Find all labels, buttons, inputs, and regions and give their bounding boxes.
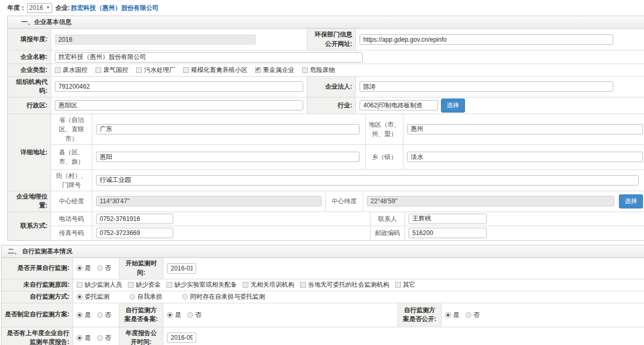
region-label: 地区（市、州、盟） xyxy=(366,114,403,144)
phone-input[interactable] xyxy=(96,214,173,224)
start-time-input[interactable] xyxy=(167,263,196,274)
env-url-input[interactable] xyxy=(360,34,613,45)
section2-header: 二、 自行监测基本情况 xyxy=(2,245,644,258)
plan-public-no-label: 否 xyxy=(473,311,480,319)
self-monitoring-table: 二、 自行监测基本情况 是否开展自行监测: 是 否 开始监测时间: 未自行监测原… xyxy=(1,245,644,345)
company-type-checkbox-wastegas[interactable] xyxy=(96,67,101,73)
reason-checkbox-no-lab[interactable] xyxy=(166,282,172,288)
env-url-cell xyxy=(356,29,644,50)
contact-fax-row: 传真号码 邮政编码 xyxy=(51,226,644,240)
annual-report-yes-radio[interactable] xyxy=(77,335,82,341)
district-input[interactable] xyxy=(55,100,303,110)
reason-option-label: 其它 xyxy=(403,280,415,289)
address-province-row: 省（自治区、直辖市） 地区（市、州、盟） xyxy=(51,114,644,145)
conduct-yes-label: 是 xyxy=(85,264,91,273)
company-type-checkbox-hazwaste[interactable] xyxy=(302,67,308,73)
company-type-options: 废水国控 废气国控 污水处理厂 规模化畜禽养殖小区 重金属企业 危险废物 xyxy=(51,64,644,76)
latitude-label: 中心纬度 xyxy=(326,191,363,212)
mode-radio-self[interactable] xyxy=(129,294,135,300)
mode-option-label: 同时存在自承担与委托监测 xyxy=(190,292,265,301)
company-type-checkbox-livestock[interactable] xyxy=(183,67,189,73)
start-time-label: 开始监测时间: xyxy=(120,258,163,279)
industry-input[interactable] xyxy=(360,100,438,110)
mode-radio-both[interactable] xyxy=(182,294,188,300)
report-year-input[interactable] xyxy=(55,34,256,45)
longitude-cell xyxy=(92,191,326,212)
contact-group: 联系方式: 电话号码 联系人 传真号码 邮政编码 xyxy=(8,212,644,240)
report-time-cell xyxy=(163,327,644,345)
legal-person-label: 企业法人: xyxy=(307,77,356,97)
reason-checkbox-no-staff[interactable] xyxy=(77,282,82,288)
industry-label: 行业: xyxy=(307,97,356,114)
report-year-label: 填报年度: xyxy=(8,29,51,50)
org-code-row: 组织机构代码: 企业法人: xyxy=(8,77,644,97)
reason-checkbox-no-funds[interactable] xyxy=(128,282,134,288)
plan-filed-yes-label: 是 xyxy=(175,311,181,319)
annual-report-row: 是否有上年度企业自行监测年度报告: 是 否 年度报告公开时间: xyxy=(2,327,644,345)
org-code-input[interactable] xyxy=(55,81,303,92)
fax-input[interactable] xyxy=(96,228,173,238)
province-input[interactable] xyxy=(96,124,360,134)
reason-option-label: 无相关培训机构 xyxy=(251,280,294,289)
fax-label: 传真号码 xyxy=(51,226,92,240)
no-monitor-reason-row: 未自行监测原因: 缺少监测人员 缺少资金 缺少实验室或相关配备 无相关培训机构 … xyxy=(2,279,644,291)
district-cell xyxy=(51,97,307,114)
plan-public-yes-radio[interactable] xyxy=(445,312,451,318)
company-type-option-label: 废气国控 xyxy=(103,66,128,75)
company-type-checkbox-sewageplant[interactable] xyxy=(136,67,142,73)
contact-person-input[interactable] xyxy=(409,214,487,224)
has-plan-yes-radio[interactable] xyxy=(77,312,82,318)
contact-person-cell xyxy=(405,212,644,226)
region-input[interactable] xyxy=(407,124,643,134)
industry-select-button[interactable]: 选择 xyxy=(441,98,465,113)
plan-filed-options: 是 否 xyxy=(163,303,398,327)
company-type-label: 企业类型: xyxy=(8,64,51,76)
plan-public-no-radio[interactable] xyxy=(466,312,471,318)
conduct-monitoring-label: 是否开展自行监测: xyxy=(2,258,73,279)
report-time-input[interactable] xyxy=(167,332,196,343)
company-type-option-label: 废水国控 xyxy=(63,66,88,75)
district-label: 行政区: xyxy=(8,97,51,114)
plan-public-options: 是 否 xyxy=(442,303,644,327)
geo-row: 企业地理位置: 中心经度 中心纬度 选择 xyxy=(8,191,644,212)
conduct-yes-radio[interactable] xyxy=(77,265,82,271)
mode-radio-entrusted[interactable] xyxy=(77,294,82,300)
street-input[interactable] xyxy=(96,175,639,186)
annual-report-yes-label: 是 xyxy=(85,334,91,342)
conduct-monitoring-options: 是 否 xyxy=(73,258,120,279)
county-input[interactable] xyxy=(96,152,360,162)
reason-option-label: 缺少实验室或相关配备 xyxy=(174,280,237,289)
company-type-option-label: 危险废物 xyxy=(310,66,335,75)
reason-checkbox-no-training[interactable] xyxy=(243,282,248,288)
basic-info-table: 一、企业基本信息 填报年度: 环保部门信息公开网址: 企业名称: 企业类型: 废… xyxy=(7,16,644,241)
company-name-input[interactable] xyxy=(55,52,363,63)
reason-checkbox-no-agency[interactable] xyxy=(300,282,306,288)
year-select-value: 2016 xyxy=(29,4,43,11)
mode-option-label: 自我承担 xyxy=(137,292,162,301)
latitude-input[interactable] xyxy=(367,196,614,206)
has-plan-no-label: 否 xyxy=(105,311,111,319)
conduct-no-radio[interactable] xyxy=(97,265,103,271)
year-select[interactable]: 2016 ▼ xyxy=(27,3,52,13)
has-plan-no-radio[interactable] xyxy=(97,312,103,318)
geo-select-button[interactable]: 选择 xyxy=(619,194,643,208)
company-type-checkbox-wastewater[interactable] xyxy=(55,67,61,73)
company-type-option-label: 污水处理厂 xyxy=(144,66,175,75)
plan-filed-no-radio[interactable] xyxy=(187,312,193,318)
address-county-row: 县（区、市、旗） 乡（镇） xyxy=(51,145,644,170)
reason-checkbox-other[interactable] xyxy=(395,282,401,288)
zip-label: 邮政编码 xyxy=(371,226,405,240)
company-name-link[interactable]: 胜宏科技（惠州）股份有限公司 xyxy=(71,4,159,13)
zip-input[interactable] xyxy=(409,228,487,238)
conduct-monitoring-row: 是否开展自行监测: 是 否 开始监测时间: xyxy=(2,258,644,279)
town-input[interactable] xyxy=(407,152,643,162)
mode-option-label: 委托监测 xyxy=(85,292,110,301)
annual-report-no-radio[interactable] xyxy=(97,335,103,341)
address-group: 详细地址: 省（自治区、直辖市） 地区（市、州、盟） 县（区、市、旗） 乡（镇） xyxy=(8,114,644,191)
plan-filed-yes-radio[interactable] xyxy=(167,312,173,318)
section1-header: 一、企业基本信息 xyxy=(8,16,644,29)
longitude-input[interactable] xyxy=(96,196,321,206)
company-type-checkbox-heavymetal[interactable] xyxy=(255,67,261,73)
legal-person-input[interactable] xyxy=(360,81,613,92)
province-cell xyxy=(92,114,366,144)
